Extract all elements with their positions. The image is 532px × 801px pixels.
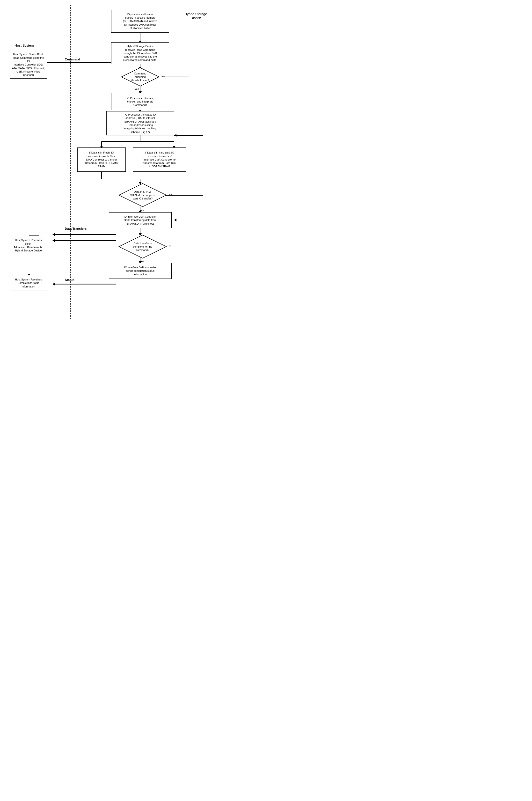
- svg-marker-39: [53, 283, 55, 285]
- data-transfers-label: Data Transfers: [65, 227, 87, 230]
- host-receives-status-box: Host System ReceivesCompletion/StatusInf…: [10, 275, 47, 291]
- command-queuing-diamond: Commandqueueingthreshold met?: [121, 67, 159, 87]
- command-queuing-yes-label: Yes: [135, 88, 139, 90]
- transfer-complete-no-label: No: [169, 245, 172, 247]
- data-in-flash-box: If Data is in Flash, IOprocessor instruc…: [77, 148, 126, 172]
- io-processor-retrieves-box: IO Processor retrieves,checks, and inter…: [111, 93, 169, 110]
- hybrid-receives-read-box: Hybrid Storage Devicereceives Read Comma…: [111, 42, 169, 64]
- status-label: Status: [65, 278, 74, 282]
- transfer-dots: ···: [76, 241, 78, 256]
- host-sends-command-box: Host System Sends BlockRead Command usin…: [10, 51, 47, 79]
- io-interface-dma-box: IO Interface DMA Controllerstarts transf…: [109, 212, 172, 228]
- data-enough-diamond: Data in SRAM/SDRAM is enough tostart IO …: [118, 183, 167, 207]
- divider-line: [70, 5, 71, 319]
- command-queuing-no-label: No: [162, 75, 165, 78]
- host-receives-data-box: Host System Receives Block-Addressed Dat…: [10, 237, 47, 254]
- svg-marker-37: [53, 239, 55, 242]
- data-enough-yes-label: Yes: [140, 209, 144, 211]
- host-system-label: Host System: [10, 43, 39, 48]
- diagram-container: Host System Hybrid StorageDevice: [5, 5, 213, 319]
- svg-marker-31: [174, 219, 176, 222]
- io-interface-sends-box: IO interface DMA controllersends complet…: [109, 263, 172, 279]
- svg-marker-35: [53, 233, 55, 236]
- data-transfer-complete-diamond: Data transfer iscomplete for thecommand?: [118, 235, 167, 259]
- transfer-complete-yes-label: Yes: [140, 260, 144, 263]
- svg-marker-23: [174, 134, 176, 137]
- data-enough-text: Data in SRAM/SDRAM is enough tostart IO …: [130, 190, 155, 201]
- io-processor-translates-box: IO Processor translates IOaddress (LBA) …: [106, 111, 174, 135]
- data-enough-no-label: No: [169, 193, 172, 196]
- hybrid-storage-label: Hybrid StorageDevice: [181, 12, 210, 20]
- command-queuing-text: Commandqueueingthreshold met?: [132, 72, 149, 82]
- command-label: Command: [65, 58, 80, 61]
- io-processor-allocates-box: IO processor allocatesbuffers in volatil…: [111, 10, 169, 33]
- data-transfer-complete-text: Data transfer iscomplete for thecommand?: [133, 242, 152, 252]
- data-in-hard-disk-box: If Data is in hard disk, IOprocessor ins…: [133, 148, 186, 172]
